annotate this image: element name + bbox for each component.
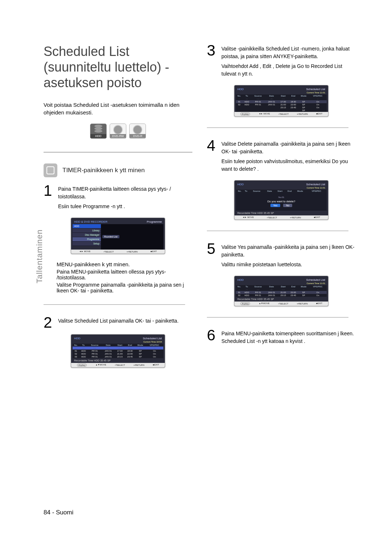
osd-footer: ◄► MOVE ⏎SELECT ↩RETURN ■EXIT	[234, 215, 328, 219]
osd-submenu-item: Rcorded List	[102, 235, 119, 238]
osd-confirm-delete: HDD Scheduled List Current Time 11:01 No…	[234, 180, 328, 220]
osd-footer-move: MOVE	[100, 364, 106, 366]
step-text: Esiin tulee poiston vahvistusilmoitus, e…	[221, 158, 356, 173]
step-text: Valittu nimike poistetaan luettelosta.	[221, 261, 356, 268]
menu-heading: MENU-painikkeen k ytt minen.	[57, 261, 192, 267]
osd-anykey: Anykey	[77, 364, 87, 367]
osd-footer-exit: EXIT	[318, 302, 322, 304]
table-row-selected: 01HDDPR 01JAN 0121:0022:00SPOn	[236, 291, 327, 294]
step-text: Vaihtoehdot Add , Edit , Delete ja Go to…	[221, 62, 356, 78]
right-column: 3 Valitse -painikkeilla Scheduled List -…	[207, 44, 356, 375]
osd-yes-button: Yes	[270, 204, 280, 207]
media-dvdr-label: DVD-R	[130, 134, 146, 138]
step-number: 2	[44, 316, 54, 329]
step-text: Esiin tulee Programme -n ytt .	[58, 203, 192, 210]
osd-time-value: 11:01	[320, 187, 325, 189]
osd-no-button: No	[283, 204, 292, 207]
osd-menu-item-selected: Programme	[73, 237, 101, 242]
osd-footer-exit: EXIT	[315, 216, 320, 218]
osd-footer-return: RETURN	[128, 251, 138, 253]
osd-anykey: Anykey	[240, 302, 250, 305]
osd-menu-item: Setup	[73, 242, 101, 246]
osd-footer-exit: EXIT	[154, 364, 159, 366]
table-row: 02HDDPR 01JAN 0121:0022:00SPOn	[73, 352, 163, 355]
sub-heading-row: TIMER-painikkeen k ytt minen	[44, 163, 192, 177]
osd-main-pane: Rcorded List	[101, 224, 163, 250]
intro-text: Voit poistaa Scheduled List -asetuksen t…	[44, 101, 192, 116]
osd-footer-exit: EXIT	[152, 250, 157, 252]
media-dvdrw-icon: DVD-RW	[110, 124, 126, 139]
table-row: -----------/-- --:----:------	[236, 288, 327, 291]
osd-scheduled-list-after: HDD Scheduled List Current Time 11:01 No…	[234, 276, 328, 306]
step-number: 4	[207, 139, 218, 175]
osd-time-value: 11:01	[320, 92, 325, 94]
table-row: 23:1523:45SPOn	[236, 106, 327, 109]
media-support-row: HDD DVD-RW DVD-R	[44, 124, 192, 139]
step-1: 1 Paina TIMER-painiketta laitteen olless…	[44, 184, 192, 213]
osd-footer-move: MOVE	[84, 250, 90, 252]
osd-footer-exit: EXIT	[318, 113, 322, 115]
step-text: Valitse Yes painamalla -painikkeita ja p…	[221, 243, 356, 259]
osd-footer: ◄► MOVE ⏎SELECT ↩RETURN ■EXIT	[71, 250, 165, 254]
osd-scheduled-list: HDD Scheduled List Current Time 10:54 No…	[71, 334, 165, 368]
table-row: SP	[236, 109, 327, 112]
osd-title-left: HDD	[74, 337, 80, 340]
osd-footer-move: MOVE	[263, 302, 270, 304]
osd-title-right: Scheduled List	[306, 183, 325, 186]
media-dvdrw-label: DVD-RW	[110, 134, 126, 138]
osd-footer-select: SELECT	[269, 217, 277, 219]
table-row: -----------/-- --:----:------	[73, 347, 163, 349]
osd-menu-item: Disc Manager	[73, 233, 101, 237]
media-hdd-label: HDD	[90, 134, 106, 138]
osd-recordable-time: Recordable Time HDD 35:45 SP	[73, 358, 163, 363]
step-4: 4 Valitse Delete painamalla -painikkeita…	[207, 139, 356, 175]
step-body: Paina MENU-painiketta toimenpiteen suori…	[221, 328, 356, 347]
osd-footer-move: MOVE	[264, 113, 270, 115]
hand-icon	[44, 163, 57, 177]
divider	[207, 128, 348, 128]
osd-table: No.ToSourceDate StartEndModeVPS/PDC ----…	[236, 94, 327, 112]
osd-title-right: Scheduled List	[306, 88, 325, 91]
divider	[207, 231, 348, 231]
page-footer: 84 - Suomi	[44, 509, 73, 516]
osd-confirm-question: Do you want to delete?	[236, 200, 327, 203]
table-row: 03HDDPR 01JAN 0123:1523:45SPOn	[73, 355, 163, 358]
table-row: -----------/-- --:----:------	[236, 97, 327, 100]
osd-time-value: 11:01	[320, 282, 325, 284]
osd-footer-select: SELECT	[280, 113, 289, 115]
two-column-layout: Scheduled List (suunniteltu luettelo) - …	[44, 44, 356, 375]
osd-time-label: Current Time	[307, 187, 319, 189]
osd-footer-select: SELECT	[117, 364, 125, 366]
osd-recordable-time: Recordable Time HDD 35:45 SP	[236, 211, 327, 215]
step-text: Valitse -painikkeilla Scheduled List -nu…	[221, 45, 356, 60]
step-body: Valitse Yes painamalla -painikkeita ja p…	[221, 242, 356, 271]
step-number: 6	[207, 328, 218, 347]
step-text: Paina MENU-painiketta toimenpiteen suori…	[221, 330, 356, 345]
osd-footer-select: SELECT	[280, 303, 288, 305]
osd-time-label: Current Time	[307, 282, 319, 284]
divider	[207, 317, 348, 317]
section-tab: Tallentaminen	[35, 229, 44, 283]
step-text: Paina TIMER-painiketta laitteen ollessa …	[58, 185, 192, 201]
step-number: 5	[207, 242, 218, 271]
osd-table: No.ToSourceDate StartEndModeVPS/PDC ----…	[73, 344, 163, 358]
step-6: 6 Paina MENU-painiketta toimenpiteen suo…	[207, 328, 356, 347]
step-text: Paina MENU-painiketta laitteen ollessa p…	[57, 269, 192, 280]
osd-title-left: HDD	[237, 88, 244, 91]
osd-footer-select: SELECT	[105, 251, 114, 253]
table-row: 02HDDPR 01JAN 0123:1523:45SPOn	[236, 294, 327, 297]
step-5: 5 Valitse Yes painamalla -painikkeita ja…	[207, 242, 356, 271]
osd-time-value: 10:54	[156, 341, 162, 343]
osd-table: No.ToSourceDate StartEndModeVPS/PDC	[236, 190, 327, 193]
step-2: 2 Valitse Scheduled List painamalla OK- …	[44, 316, 192, 329]
step-body: Valitse -painikkeilla Scheduled List -nu…	[221, 44, 356, 80]
osd-scheduled-list-anykey: HDD Scheduled List Current Time 11:01 No…	[234, 85, 328, 117]
divider	[44, 304, 185, 305]
media-dvdr-icon: DVD-R	[129, 124, 146, 139]
step-text: Valitse Scheduled List painamalla OK- ta…	[58, 317, 179, 325]
step-body: Valitse Scheduled List painamalla OK- ta…	[58, 316, 179, 329]
osd-footer: Anykey ▲▼MOVE ⏎SELECT ↩RETURN ■EXIT	[71, 363, 165, 367]
media-hdd-icon: HDD	[90, 124, 107, 139]
left-column: Scheduled List (suunniteltu luettelo) - …	[44, 44, 192, 375]
osd-header-right: Programme	[147, 220, 162, 223]
